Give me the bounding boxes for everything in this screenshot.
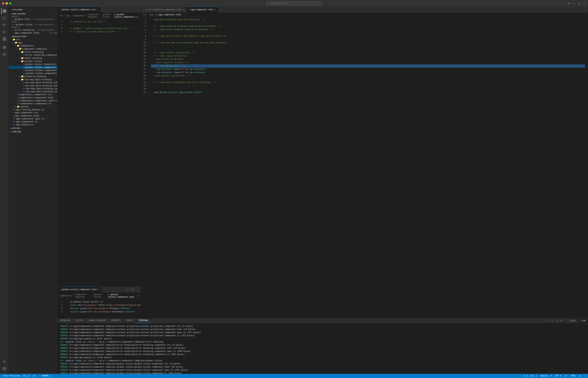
tree-event-binding[interactable]: ▶ 📁 event-binding [9, 56, 57, 60]
status-cursor[interactable]: Ln 1, Col 1 [522, 375, 538, 377]
tree-gs-spec[interactable]: TS global-styles.component.spec.ts [9, 69, 57, 72]
terminal-content[interactable]: CREATE src/app/components/component-temp… [57, 323, 588, 374]
tab-more-1[interactable]: ⋯ [136, 7, 141, 13]
activity-explorer[interactable] [1, 8, 7, 14]
activity-settings[interactable] [1, 365, 7, 372]
open-editors-toggle[interactable]: ▾ OPEN EDITORS [9, 13, 57, 15]
tree-components[interactable]: ▾ 📁 components [9, 44, 57, 47]
tab-app-html[interactable]: ◇ app.component.html ✕ [187, 7, 218, 13]
maximize-button[interactable] [9, 2, 11, 4]
status-spaces[interactable]: Spaces: 4 [540, 375, 552, 377]
open-file-html-g2[interactable]: ✕ ◇ global-styles.component.html src/app… [9, 23, 57, 26]
code-editor-2[interactable]: 3 4 5 6 7 8 9 10 11 12 13 14 15 [141, 17, 588, 318]
sidebar-more-button[interactable]: ⋯ [52, 8, 55, 12]
tab-error-html[interactable]: ◇ error-handling.component.html ✕ [141, 7, 187, 13]
status-eol[interactable]: LF [564, 375, 568, 377]
status-fullscreen[interactable]: ⤢ [584, 375, 587, 377]
panel-tab-problems[interactable]: PROBLEMS [57, 318, 73, 323]
tree-app-css[interactable]: # app.component.css [9, 111, 57, 114]
more-btn-float[interactable]: ⋯ [135, 288, 140, 291]
tree-app[interactable]: ▾ 📁 app [9, 41, 57, 44]
fullscreen-icon[interactable]: ⤢ [582, 1, 586, 5]
activity-remote[interactable] [1, 44, 7, 51]
code-editor-1[interactable]: 1 2 3 4 /* method1 in the css file */ /*… [57, 19, 141, 286]
minimize-button[interactable] [6, 2, 8, 4]
ln2-13: 13 [141, 51, 148, 54]
activity-run[interactable] [1, 29, 7, 35]
tree-eh-ts[interactable]: TS error-handling.component.ts [9, 54, 57, 56]
group1-label: GROUP 1 [12, 15, 19, 18]
tree-gs-html[interactable]: ◇ global-styles.component.html [9, 66, 57, 69]
terminal-tab-node[interactable]: ⬡ node [566, 319, 578, 323]
tree-error-handling-folder[interactable]: ▾ 📁 error-handling [9, 51, 57, 54]
tab-error-close[interactable]: ✕ [182, 9, 184, 11]
tree-tw-html[interactable]: ◇ two-way-data-binding.component.html [9, 84, 57, 87]
split-btn-float[interactable]: ⊞ [130, 288, 135, 291]
new-terminal-btn[interactable]: + [547, 319, 550, 323]
open-file-app-html[interactable]: ◇ app.component.html src/app [9, 31, 57, 34]
panel-tab-comments[interactable]: COMMENTS [108, 318, 124, 323]
activity-accounts[interactable] [1, 359, 7, 365]
tree-gs-css[interactable]: # global-styles.component.css [9, 63, 57, 66]
panel-tab-terminal[interactable]: TERMINAL [136, 318, 151, 323]
status-errors[interactable]: ⊘ 0 △ 0 [22, 375, 30, 377]
terminal-close-btn[interactable]: ✕ [559, 319, 563, 323]
sidebar-icon[interactable]: ◫ [577, 1, 581, 5]
tree-gs-ts[interactable]: TS global-styles.component.ts [9, 72, 57, 75]
tree-app-routing[interactable]: TS app-routing.module.ts [9, 108, 57, 111]
panel-tab-ports[interactable]: PORTS [124, 318, 136, 323]
open-file-css[interactable]: # global-styles.component.css src/app/co… [9, 18, 57, 21]
panel-tab-debug[interactable]: DEBUG CONSOLE [86, 318, 108, 323]
tree-global-styles-folder[interactable]: ▾ 📁 global-styles [9, 60, 57, 63]
tree-tw-css[interactable]: # two-way-data-binding.component.css [9, 81, 57, 84]
tree-comp-ts[interactable]: TS components.component.ts [9, 102, 57, 105]
folder-icon-gs: 📁 [21, 60, 24, 63]
tab-more-2[interactable]: ⋯ [583, 7, 588, 13]
open-file-error-html[interactable]: ◇ error-handling.component.html src/app/… [9, 28, 57, 31]
tab-html-close-float[interactable]: ✕ [97, 289, 100, 291]
tree-property-binding[interactable]: ▶ 📁 property-binding [9, 75, 57, 78]
code-editor-float[interactable]: 1 2 3 4 <p>global-styles works!</p> <lin… [57, 299, 141, 318]
project-toggle[interactable]: ▾ ANGULAR-STUDY [9, 35, 57, 38]
close-button[interactable] [2, 2, 4, 4]
panel-tab-output[interactable]: OUTPUT [73, 318, 86, 323]
tree-component-template[interactable]: ▾ 📁 component-template [9, 47, 57, 51]
tree-app-spec[interactable]: TS app.component.spec.ts [9, 117, 57, 120]
tree-two-way[interactable]: ▾ 📁 two-way-data-binding [9, 78, 57, 81]
tab-gs-html-float[interactable]: ◇ global-styles.component.html ✕ [57, 286, 102, 293]
tree-src[interactable]: ▾ 📁 src [9, 38, 57, 41]
status-format[interactable]: ⊞ [579, 375, 581, 377]
layout-icon[interactable]: ⊞ [567, 1, 571, 5]
tree-comp-html[interactable]: ◇ components.component.html [9, 96, 57, 99]
outline-toggle[interactable]: ▶ OUTLINE [9, 127, 57, 130]
tab-app-close[interactable]: ✕ [214, 9, 216, 11]
tab-gs-css[interactable]: # global-styles.component.css ✕ [57, 7, 100, 13]
activity-search[interactable] [1, 15, 7, 21]
timeline-toggle[interactable]: ▶ TIMELINE [9, 130, 57, 133]
tree-shared[interactable]: ▶ 📁 shared [9, 105, 57, 108]
terminal-more-btn[interactable]: ⋯ [551, 319, 555, 323]
panel-icon[interactable]: ▭ [572, 1, 576, 5]
ln2-17: 17 [141, 64, 148, 68]
terminal-tab-zsh[interactable]: ⬡ zsh [577, 319, 588, 323]
run-btn-float[interactable]: ▷ [125, 288, 129, 291]
tree-app-html[interactable]: ◇ app.component.html [9, 114, 57, 117]
tree-comp-spec[interactable]: TS components.component.spec.ts [9, 99, 57, 102]
tree-tw-spec[interactable]: TS two-way-data-binding.component.spec.t… [9, 87, 57, 90]
status-language[interactable]: HTML [570, 375, 577, 377]
search-input[interactable] [266, 1, 322, 5]
tree-tw-ts[interactable]: TS two-way-data-binding.component.ts [9, 90, 57, 93]
close-g2-btn[interactable]: ✕ [12, 24, 14, 26]
tree-app-module[interactable]: TS app.module.ts [9, 123, 57, 126]
activity-extensions[interactable] [1, 36, 7, 42]
tree-comp-css[interactable]: # components.component.css [9, 93, 57, 96]
activity-test[interactable] [1, 51, 7, 57]
activity-git[interactable] [1, 22, 7, 28]
status-git[interactable]: ⑂ Run Testcases [1, 375, 21, 377]
tree-app-ts[interactable]: TS app.component.ts [9, 120, 57, 123]
tab-css-close[interactable]: ✕ [96, 9, 98, 11]
status-encoding[interactable]: UTF-8 [555, 375, 562, 377]
terminal-chevron-up[interactable]: ∧ [556, 319, 559, 323]
project-label: ANGULAR-STUDY [12, 36, 27, 38]
status-info[interactable]: ✕ 0 [32, 375, 36, 377]
